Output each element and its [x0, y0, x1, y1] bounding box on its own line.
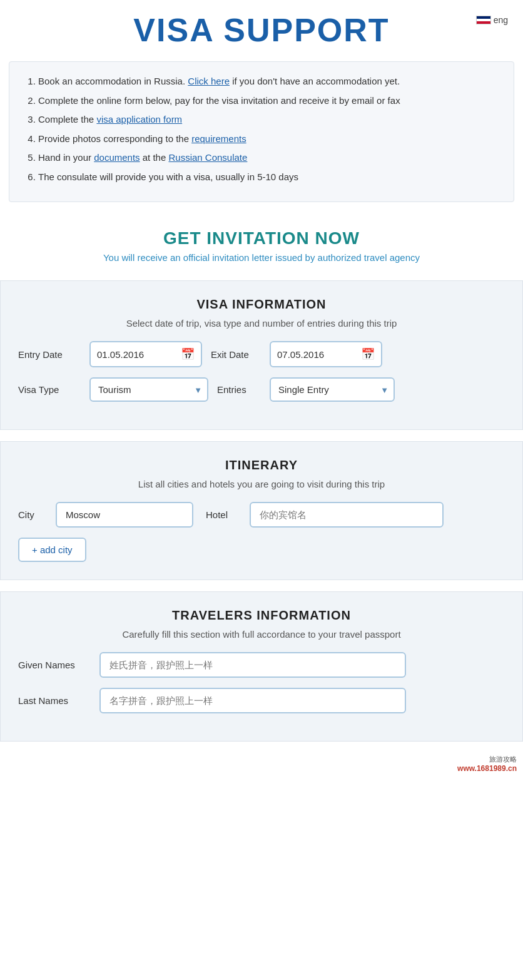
itinerary-title: ITINERARY	[18, 458, 505, 472]
last-names-input[interactable]	[99, 688, 406, 713]
instructions-box: Book an accommodation in Russia. Click h…	[9, 61, 514, 202]
list-item: Complete the online form below, pay for …	[38, 94, 499, 108]
visa-information-section: VISA INFORMATION Select date of trip, vi…	[0, 280, 523, 430]
city-label: City	[18, 509, 43, 520]
travelers-title: TRAVELERS INFORMATION	[18, 608, 505, 623]
exit-date-label: Exit Date	[211, 349, 261, 360]
given-names-row: Given Names	[18, 652, 505, 678]
exit-date-input[interactable]: 07.05.2016 📅	[270, 341, 382, 367]
visa-info-subtitle: Select date of trip, visa type and numbe…	[18, 318, 505, 329]
invitation-section: GET INVITATION NOW You will receive an o…	[0, 213, 523, 269]
lang-label: eng	[494, 15, 508, 25]
watermark-area: 旅游攻略 www.1681989.cn	[0, 753, 523, 775]
last-names-row: Last Names	[18, 688, 505, 713]
visa-type-select-wrapper: Tourism Business Student Transit ▼	[89, 377, 208, 402]
city-hotel-row: City Hotel	[18, 502, 505, 528]
documents-link[interactable]: documents	[94, 152, 140, 163]
itinerary-section: ITINERARY List all cities and hotels you…	[0, 441, 523, 580]
entry-date-input[interactable]: 01.05.2016 📅	[89, 341, 202, 367]
page-title: VISA SUPPORT	[133, 11, 389, 49]
watermark-top-text: 旅游攻略	[489, 755, 517, 764]
hotel-label: Hotel	[206, 509, 237, 520]
given-names-label: Given Names	[18, 660, 87, 670]
list-item: Hand in your documents at the Russian Co…	[38, 151, 499, 165]
itinerary-subtitle: List all cities and hotels you are going…	[18, 479, 505, 489]
list-item: Provide photos corresponding to the requ…	[38, 132, 499, 146]
language-badge[interactable]: eng	[476, 15, 508, 25]
entry-calendar-icon: 📅	[181, 347, 195, 361]
exit-calendar-icon: 📅	[361, 347, 375, 361]
instructions-list: Book an accommodation in Russia. Click h…	[24, 74, 499, 184]
list-item: The consulate will provide you with a vi…	[38, 170, 499, 185]
list-item: Complete the visa application form	[38, 113, 499, 127]
visa-type-row: Visa Type Tourism Business Student Trans…	[18, 377, 505, 402]
invitation-title: GET INVITATION NOW	[9, 228, 514, 248]
exit-date-value: 07.05.2016	[277, 349, 356, 360]
given-names-input[interactable]	[99, 652, 406, 678]
hotel-input[interactable]	[250, 502, 444, 528]
city-input[interactable]	[56, 502, 193, 528]
visa-type-label: Visa Type	[18, 384, 81, 395]
visa-application-form-link[interactable]: visa application form	[96, 114, 182, 125]
last-names-label: Last Names	[18, 695, 87, 706]
list-item: Book an accommodation in Russia. Click h…	[38, 74, 499, 89]
flag-icon	[476, 16, 491, 24]
add-city-button[interactable]: + add city	[18, 538, 86, 562]
entries-label: Entries	[217, 384, 261, 395]
requirements-link[interactable]: requirements	[191, 133, 246, 144]
invitation-subtitle: You will receive an official invitation …	[9, 252, 514, 263]
visa-info-title: VISA INFORMATION	[18, 297, 505, 312]
entry-date-value: 01.05.2016	[97, 349, 176, 360]
date-row: Entry Date 01.05.2016 📅 Exit Date 07.05.…	[18, 341, 505, 367]
click-here-link[interactable]: Click here	[188, 76, 230, 86]
page-header: VISA SUPPORT eng	[0, 0, 523, 55]
visa-type-select[interactable]: Tourism Business Student Transit	[89, 377, 208, 402]
russian-consulate-link[interactable]: Russian Consulate	[168, 152, 247, 163]
entries-select[interactable]: Single Entry Double Entry Multiple Entry	[270, 377, 395, 402]
travelers-section: TRAVELERS INFORMATION Carefully fill thi…	[0, 591, 523, 742]
entry-date-label: Entry Date	[18, 349, 81, 360]
entries-select-wrapper: Single Entry Double Entry Multiple Entry…	[270, 377, 395, 402]
watermark-bottom-text: www.1681989.cn	[457, 764, 517, 773]
travelers-subtitle: Carefully fill this section with full ac…	[18, 629, 505, 640]
